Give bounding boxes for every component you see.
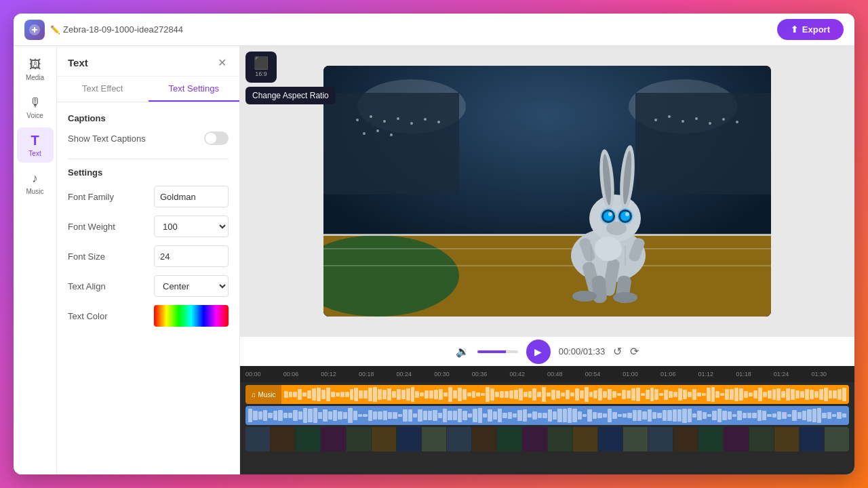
- tab-text-settings[interactable]: Text Settings: [149, 77, 240, 102]
- waveform-bar: [608, 409, 612, 422]
- ruler-marks: 00:0000:0600:1200:1800:2400:3000:3600:42…: [245, 371, 849, 378]
- aspect-ratio-button[interactable]: ⬛ 16:9: [245, 52, 277, 83]
- waveform-bar: [654, 389, 658, 401]
- waveform-bar: [663, 410, 667, 420]
- export-button[interactable]: ⬆ Export: [777, 19, 844, 40]
- panel-tabs: Text Effect Text Settings: [57, 77, 239, 102]
- thumbnail-segment: [623, 427, 648, 451]
- tab-text-effect[interactable]: Text Effect: [57, 77, 149, 102]
- music-note-icon: ♫: [251, 391, 256, 399]
- waveform-bar: [772, 389, 776, 399]
- thumbnail-segment: [497, 427, 521, 451]
- waveform-bar: [570, 392, 574, 396]
- forward-icon[interactable]: ⟳: [630, 345, 639, 358]
- waveform-bar: [378, 411, 382, 420]
- text-align-select[interactable]: LeftCenterRight: [154, 275, 229, 297]
- waveform-bar: [382, 390, 387, 399]
- sidebar-item-music[interactable]: ♪ Music: [17, 165, 54, 201]
- waveform-bar: [829, 390, 833, 399]
- waveform-bar: [448, 411, 452, 420]
- waveform-bar: [392, 391, 396, 399]
- rewind-icon[interactable]: ↺: [613, 345, 622, 358]
- text-color-row: Text Color: [68, 305, 229, 327]
- svg-point-17: [668, 115, 671, 118]
- font-size-input[interactable]: [154, 245, 229, 267]
- ruler-mark: 00:00: [245, 371, 283, 378]
- waveform-bar: [837, 412, 841, 418]
- waveform-bar: [678, 388, 682, 401]
- voice-icon: 🎙: [28, 95, 43, 110]
- waveform-bar: [345, 392, 349, 396]
- waveform-bar: [551, 390, 555, 400]
- waveform-bar: [612, 412, 616, 420]
- waveform-bar: [288, 413, 292, 418]
- main-layout: 🖼 Media 🎙 Voice T Text ♪ Music Text ✕: [14, 46, 854, 474]
- waveform-bar: [757, 410, 762, 422]
- waveform-bar: [752, 413, 756, 418]
- waveform-bar: [791, 389, 795, 400]
- ruler-mark: 00:30: [434, 371, 472, 378]
- waveform-bar: [383, 411, 387, 420]
- waveform-bar: [814, 391, 818, 397]
- waveform-bar: [608, 389, 612, 401]
- waveform-bar: [669, 391, 673, 398]
- waveform-bar: [585, 387, 589, 402]
- captions-section: Captions Show Text Captions: [68, 113, 229, 145]
- sidebar-item-music-label: Music: [26, 188, 43, 195]
- waveform-bar: [664, 390, 668, 400]
- thumbnail-segment: [347, 427, 371, 451]
- waveform-bar: [468, 413, 472, 418]
- svg-point-14: [376, 129, 379, 132]
- font-family-input[interactable]: [154, 186, 229, 207]
- waveform-bar: [641, 393, 645, 396]
- waveform-bar: [486, 387, 490, 402]
- waveform-bar: [509, 390, 513, 398]
- waveform-bar: [418, 409, 422, 422]
- waveform-bar: [403, 409, 407, 422]
- svg-rect-25: [323, 234, 771, 236]
- sidebar-item-media[interactable]: 🖼 Media: [17, 52, 54, 87]
- waveform-bar: [343, 412, 347, 418]
- waveform-bar: [307, 390, 311, 399]
- waveform-bar: [333, 410, 337, 421]
- waveform-bar: [523, 409, 527, 421]
- font-weight-select[interactable]: 100200300400 500600700800900: [154, 216, 229, 237]
- waveform-bar: [453, 390, 457, 399]
- waveform-bar: [439, 389, 443, 401]
- volume-slider[interactable]: [477, 350, 518, 353]
- svg-point-47: [625, 212, 629, 216]
- waveform-bar: [732, 414, 736, 416]
- close-panel-button[interactable]: ✕: [215, 56, 229, 69]
- waveform-bar: [703, 412, 707, 420]
- thumbnail-segment: [774, 427, 799, 451]
- show-captions-toggle[interactable]: [204, 131, 229, 145]
- thumbnail-segment: [598, 427, 623, 451]
- waveform-bar: [758, 388, 762, 401]
- project-title-area: ✏️ Zebra-18-09-1000-idea272844: [50, 24, 183, 35]
- ruler-mark: 00:12: [321, 371, 359, 378]
- waveform-bar: [832, 414, 836, 418]
- waveform-bar: [289, 392, 293, 396]
- video-frame: [323, 66, 771, 317]
- text-color-picker[interactable]: [154, 305, 229, 327]
- play-button[interactable]: ▶: [526, 340, 551, 364]
- waveform-bar: [725, 389, 729, 401]
- waveform-bar: [563, 409, 567, 423]
- aspect-ratio-tooltip-popup: Change Aspect Ratio: [245, 87, 336, 104]
- waveform-bar: [273, 411, 277, 420]
- waveform-bar: [842, 413, 846, 417]
- export-label: Export: [802, 24, 830, 35]
- sidebar-item-voice[interactable]: 🎙 Voice: [17, 89, 54, 125]
- waveform-bar: [488, 409, 492, 422]
- timeline: 00:0000:0600:1200:1800:2400:3000:3600:42…: [240, 366, 854, 474]
- waveform-bar: [547, 392, 551, 396]
- sidebar-icons: 🖼 Media 🎙 Voice T Text ♪ Music: [14, 46, 57, 474]
- waveform-bar: [617, 393, 621, 396]
- waveform-bar: [458, 409, 462, 422]
- waveform-bar: [593, 390, 597, 399]
- sidebar-item-text[interactable]: T Text: [17, 127, 54, 163]
- waveform-bar: [397, 389, 401, 400]
- waveform-bar: [737, 411, 741, 420]
- waveform-bar: [542, 413, 547, 418]
- svg-point-7: [370, 115, 372, 118]
